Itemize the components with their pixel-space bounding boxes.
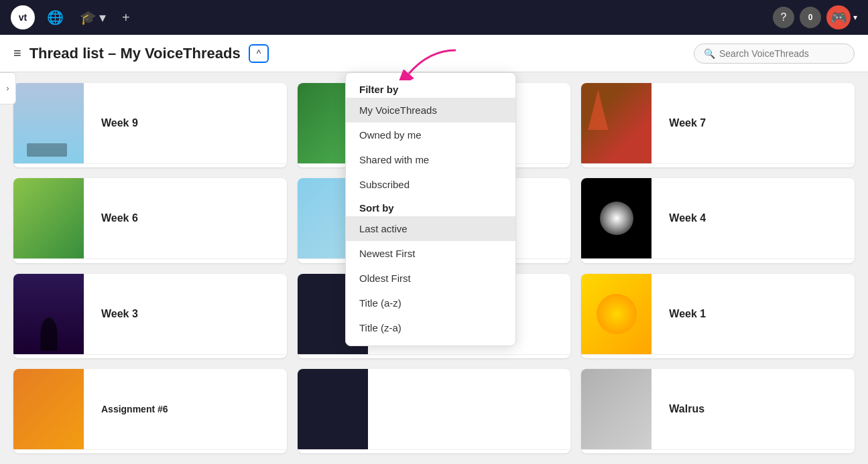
thread-card-week7: Week 7 Mario Jul 24, 2023 ⋮ xyxy=(581,83,855,167)
card-thumbnail xyxy=(13,83,84,163)
dropdown-item-oldest-first[interactable]: Oldest First xyxy=(346,266,515,291)
header-bar: ≡ Thread list – My VoiceThreads ^ 🔍 xyxy=(0,35,868,72)
card-footer: Sadie Anderson ⋮ xyxy=(13,449,287,453)
sidebar-toggle-button[interactable]: › xyxy=(0,72,16,104)
card-title: Assignment #6 xyxy=(93,398,277,420)
card-footer: Ma... Jul... ⋮ xyxy=(298,354,571,358)
card-title: Week 7 xyxy=(661,112,845,135)
dropdown-item-last-active[interactable]: Last active xyxy=(346,216,515,241)
card-footer: Po... ⋮ xyxy=(581,449,855,453)
dropdown-item-title-za[interactable]: Title (z-a) xyxy=(346,315,515,340)
thread-card-week4: Week 4 Mario Jul 24, 2023 ⋮ xyxy=(581,178,855,262)
search-box: 🔍 xyxy=(694,44,855,64)
card-footer: Po... ⋮ xyxy=(298,449,571,453)
card-footer: Mario Jul 24, 2023 ⋮ xyxy=(581,354,855,358)
sort-by-label: Sort by xyxy=(346,197,515,216)
thread-card-assignment6: Assignment #6 Sadie Anderson ⋮ xyxy=(13,369,287,453)
thread-card-walrus: Walrus Po... ⋮ xyxy=(581,369,855,453)
card-title: Week 4 xyxy=(661,207,845,230)
card-footer: Mario Jul 24, 2023 ⋮ xyxy=(13,163,287,167)
search-input[interactable] xyxy=(719,48,845,59)
filter-sort-dropdown: Filter by My VoiceThreads Owned by me Sh… xyxy=(345,72,516,346)
avatar-chevron-icon: ▾ xyxy=(853,13,857,22)
card-footer: Mario Jul 24, 2023 ⋮ xyxy=(581,258,855,262)
thread-card-week6: Week 6 Mario Jul 24, 2023 ⋮ xyxy=(13,178,287,262)
user-avatar-button[interactable]: 🎮 ▾ xyxy=(826,5,857,29)
dropdown-item-my-voicethreads[interactable]: My VoiceThreads xyxy=(346,98,515,123)
filter-toggle-button[interactable]: ^ xyxy=(249,44,269,63)
card-title: Week 3 xyxy=(93,303,277,325)
search-icon: 🔍 xyxy=(704,48,715,59)
thread-list-icon: ≡ xyxy=(13,46,21,61)
top-navigation: vt 🌐 🎓 ▾ + ? 0 🎮 ▾ xyxy=(0,0,868,35)
card-title: Week 9 xyxy=(93,112,277,135)
card-footer: Mario Jul 24, 2023 ⋮ xyxy=(13,258,287,262)
thread-card-week3: Week 3 Mario Jul 24, 2023 ⋮ xyxy=(13,274,287,358)
dropdown-item-owned-by-me[interactable]: Owned by me xyxy=(346,123,515,147)
page-title: Thread list – My VoiceThreads xyxy=(29,45,241,62)
dropdown-item-shared-with-me[interactable]: Shared with me xyxy=(346,147,515,172)
learn-icon: 🎓 xyxy=(80,9,97,25)
learn-button[interactable]: 🎓 ▾ xyxy=(76,7,110,28)
filter-by-label: Filter by xyxy=(346,78,515,98)
help-button[interactable]: ? xyxy=(773,7,794,28)
card-footer: Mario Jul 24, 2023 ⋮ xyxy=(581,163,855,167)
avatar-image: 🎮 xyxy=(826,5,851,29)
dropdown-item-subscribed[interactable]: Subscribed xyxy=(346,172,515,197)
thread-card-week9: Week 9 Mario Jul 24, 2023 ⋮ xyxy=(13,83,287,167)
globe-button[interactable]: 🌐 xyxy=(43,7,68,28)
card-footer: Mario Jul 24, 2023 ⋮ xyxy=(13,354,287,358)
add-button[interactable]: + xyxy=(118,7,134,28)
nav-right-section: ? 0 🎮 ▾ xyxy=(773,5,857,29)
thread-card-week1: Week 1 Mario Jul 24, 2023 ⋮ xyxy=(581,274,855,358)
notifications-button[interactable]: 0 xyxy=(800,7,821,28)
learn-chevron: ▾ xyxy=(99,9,106,25)
dropdown-item-newest-first[interactable]: Newest First xyxy=(346,241,515,266)
card-title: Week 6 xyxy=(93,207,277,230)
dropdown-item-title-az[interactable]: Title (a-z) xyxy=(346,291,515,315)
thread-card-middle-4: Po... ⋮ xyxy=(298,369,571,453)
card-title: Walrus xyxy=(661,398,845,420)
card-title xyxy=(377,404,562,414)
app-logo[interactable]: vt xyxy=(11,5,35,29)
card-title: Week 1 xyxy=(661,303,845,325)
